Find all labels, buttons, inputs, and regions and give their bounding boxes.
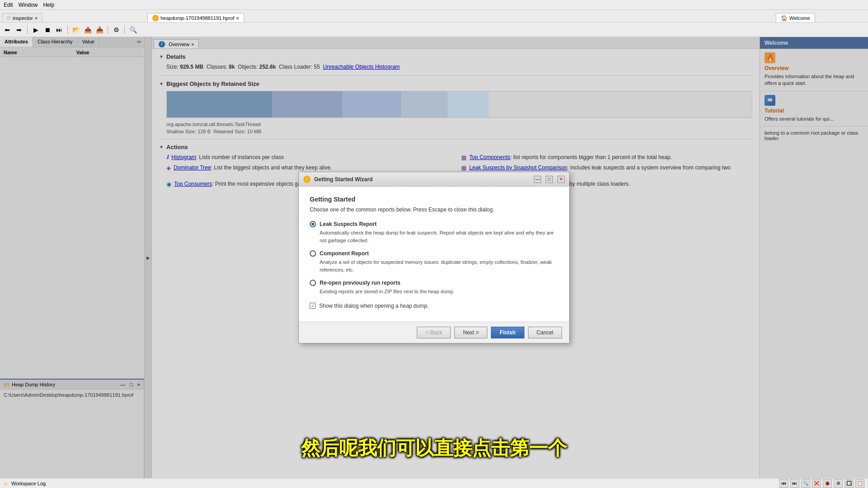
- welcome-tab-label: Welcome: [789, 15, 810, 21]
- heapdump-tab-close-btn[interactable]: ×: [236, 15, 239, 21]
- dialog-close-btn[interactable]: ✕: [557, 176, 565, 183]
- inspector-close-btn[interactable]: ×: [35, 15, 38, 21]
- main-toolbar: ⬅ ➡ ▶ ⏹ ⏭ 📂 📤 📥 ⚙ 🔍: [0, 23, 868, 37]
- status-icons: ⏮ ⏭ 🔍 ❌ 🐞 ⚙ 🔲 📋: [779, 479, 864, 488]
- dialog-minimize-btn[interactable]: —: [534, 176, 541, 183]
- toolbar-sep-4: [124, 25, 125, 34]
- toolbar-step-btn[interactable]: ⏭: [54, 24, 65, 35]
- heap-icon: [152, 15, 159, 21]
- reopen-reports-label: Re-open previously run reports: [320, 280, 401, 286]
- toolbar-run-btn[interactable]: ▶: [30, 24, 41, 35]
- status-btn-7[interactable]: 🔲: [844, 479, 854, 488]
- status-btn-4[interactable]: ❌: [812, 479, 821, 488]
- back-button[interactable]: < Back: [417, 327, 451, 338]
- component-report-desc: Analyze a set of objects for suspected m…: [320, 258, 558, 273]
- status-btn-1[interactable]: ⏮: [779, 479, 788, 488]
- dialog-title-text: Getting Started Wizard: [314, 176, 529, 183]
- menu-help[interactable]: Help: [43, 2, 54, 8]
- toolbar-import-btn[interactable]: 📥: [94, 24, 105, 35]
- toolbar-sep-2: [67, 25, 68, 34]
- component-report-label: Component Report: [320, 250, 369, 257]
- workspace-log-label: Workspace Log: [11, 481, 46, 486]
- cancel-button[interactable]: Cancel: [528, 327, 562, 338]
- show-dialog-label: Show this dialog when opening a heap dum…: [319, 303, 429, 309]
- welcome-tab[interactable]: 🏠 Welcome: [776, 13, 815, 22]
- reopen-reports-desc: Existing reports are stored in ZIP files…: [320, 288, 558, 296]
- status-btn-8[interactable]: 📋: [855, 479, 864, 488]
- toolbar-stop-btn[interactable]: ⏹: [42, 24, 53, 35]
- option-component-report: Component Report Analyze a set of object…: [310, 250, 558, 273]
- toolbar-sep-1: [27, 25, 28, 34]
- inspector-tab-label: inspector: [13, 15, 33, 21]
- toolbar-search-btn[interactable]: 🔍: [127, 24, 138, 35]
- toolbar-export-btn[interactable]: 📤: [82, 24, 93, 35]
- toolbar-sep-3: [108, 25, 108, 34]
- inspector-tab[interactable]: ⚇ inspector ×: [2, 13, 42, 22]
- status-btn-3[interactable]: 🔍: [801, 479, 810, 488]
- show-dialog-checkbox-row: ✓ Show this dialog when opening a heap d…: [310, 303, 558, 309]
- toolbar-settings-btn[interactable]: ⚙: [111, 24, 122, 35]
- inspector-icon: ⚇: [7, 15, 11, 20]
- status-btn-5[interactable]: 🐞: [823, 479, 832, 488]
- modal-overlay: i Getting Started Wizard — □ ✕ Getting S…: [0, 37, 868, 478]
- radio-reopen-reports[interactable]: [310, 280, 316, 286]
- getting-started-dialog: i Getting Started Wizard — □ ✕ Getting S…: [298, 172, 570, 343]
- heapdump-file-tab[interactable]: heapdump-1701949881191.hprof ×: [147, 13, 244, 22]
- leak-suspects-label: Leak Suspects Report: [320, 221, 377, 227]
- dialog-heading: Getting Started: [310, 196, 558, 203]
- dialog-footer: < Back Next > Finish Cancel: [299, 322, 569, 343]
- heapdump-filename: heapdump-1701949881191.hprof: [160, 15, 234, 21]
- dialog-subtitle: Choose one of the common reports below. …: [310, 206, 558, 213]
- show-dialog-checkbox[interactable]: ✓: [310, 303, 316, 309]
- toolbar-back-btn[interactable]: ⬅: [2, 24, 13, 35]
- leak-suspects-desc: Automatically check the heap dump for le…: [320, 229, 558, 244]
- workspace-log-icon: ⚠: [4, 481, 8, 486]
- dialog-title-icon: i: [303, 176, 311, 183]
- radio-leak-suspects[interactable]: [310, 221, 316, 227]
- status-btn-2[interactable]: ⏭: [790, 479, 799, 488]
- menu-edit[interactable]: Edit: [4, 2, 13, 8]
- option-reopen-reports: Re-open previously run reports Existing …: [310, 280, 558, 296]
- dialog-body: Getting Started Choose one of the common…: [299, 187, 569, 322]
- workspace-log-bar: ⚠ Workspace Log ⏮ ⏭ 🔍 ❌ 🐞 ⚙ 🔲 📋: [0, 478, 868, 488]
- toolbar-open-btn[interactable]: 📂: [71, 24, 81, 35]
- dialog-titlebar: i Getting Started Wizard — □ ✕: [299, 172, 569, 187]
- radio-component-report[interactable]: [310, 250, 316, 257]
- menu-window[interactable]: Window: [19, 2, 38, 8]
- toolbar-fwd-btn[interactable]: ➡: [14, 24, 24, 35]
- next-button[interactable]: Next >: [454, 327, 487, 338]
- welcome-icon: 🏠: [781, 15, 788, 21]
- menu-bar: Edit Window Help: [0, 0, 868, 10]
- option-leak-suspects: Leak Suspects Report Automatically check…: [310, 221, 558, 244]
- dialog-maximize-btn[interactable]: □: [546, 176, 553, 183]
- finish-button[interactable]: Finish: [491, 327, 524, 338]
- status-btn-6[interactable]: ⚙: [834, 479, 843, 488]
